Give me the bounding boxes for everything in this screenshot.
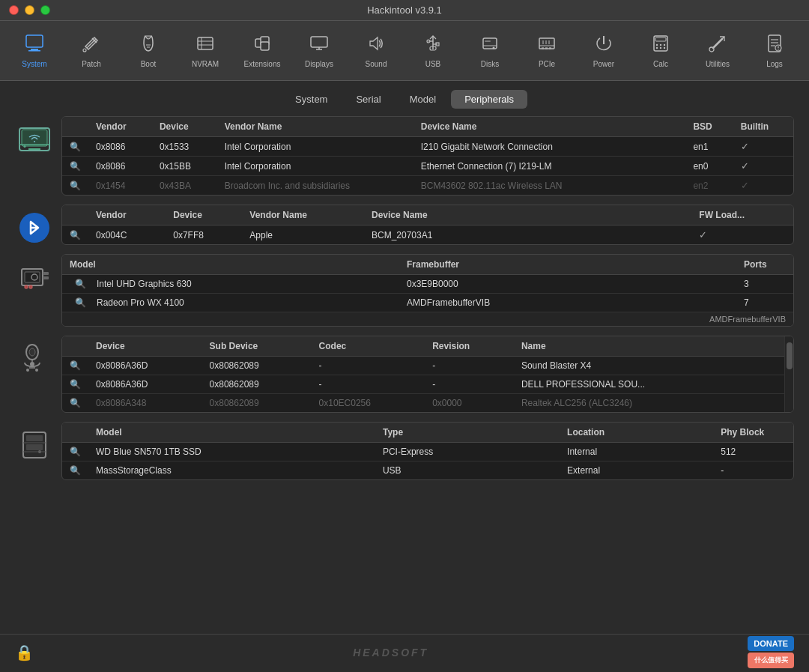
search-icon[interactable]: 🔍 — [62, 176, 88, 196]
tab-peripherals[interactable]: Peripherals — [451, 90, 527, 109]
footer: 🔒 HEADSOFT DONATE 什么值得买 — [0, 634, 809, 670]
bluetooth-icon — [15, 205, 54, 245]
vendor-cell: 0x004C — [88, 225, 166, 245]
table-row: 🔍 Radeon Pro WX 4100 AMDFramebufferVIB 7 — [62, 294, 793, 312]
toolbar-item-utilities[interactable]: Utilities — [691, 24, 745, 78]
search-icon[interactable]: 🔍 — [70, 279, 91, 289]
ports-cell: 3 — [736, 275, 793, 294]
search-icon[interactable]: 🔍 — [62, 225, 88, 245]
window-controls[interactable] — [9, 5, 50, 15]
codec-cell: - — [312, 357, 425, 375]
donate-badge[interactable]: DONATE — [748, 636, 794, 651]
search-icon[interactable]: 🔍 — [62, 357, 88, 375]
footer-logo: HEADSOFT — [353, 647, 428, 659]
col-device: Device — [152, 117, 217, 137]
search-icon[interactable]: 🔍 — [62, 375, 88, 394]
usb-label: USB — [425, 60, 441, 68]
network-table: Vendor Device Vendor Name Device Name BS… — [61, 116, 794, 196]
svg-rect-54 — [28, 148, 40, 150]
table-row: 🔍 0x8086A36D 0x80862089 - - Sound Blaste… — [62, 357, 793, 375]
ports-cell: 7 — [736, 294, 793, 312]
vendor-name-cell: Intel Corporation — [217, 137, 413, 157]
tab-model[interactable]: Model — [396, 90, 449, 109]
close-button[interactable] — [9, 5, 19, 15]
device-cell: 0x7FF8 — [166, 225, 242, 245]
location-cell: External — [560, 461, 713, 480]
footer-lock: 🔒 — [15, 644, 34, 662]
minimize-button[interactable] — [25, 5, 34, 15]
bluetooth-section: Vendor Device Vendor Name Device Name FW… — [15, 205, 794, 245]
nvram-icon — [195, 33, 216, 57]
search-icon[interactable]: 🔍 — [62, 394, 88, 413]
type-cell: PCI-Express — [375, 443, 560, 461]
col-search — [62, 423, 88, 443]
gpu-sub-info: AMDFramebufferVIB — [62, 312, 793, 326]
svg-point-42 — [709, 47, 714, 52]
utilities-label: Utilities — [706, 60, 730, 68]
toolbar-item-power[interactable]: Power — [577, 24, 631, 78]
device-name-cell: Ethernet Connection (7) I219-LM — [413, 157, 686, 176]
phy-block-cell: - — [713, 461, 793, 480]
audio-section: Device Sub Device Codec Revision Name 🔍 … — [15, 336, 794, 413]
sound-icon — [366, 33, 387, 57]
svg-point-70 — [35, 369, 38, 372]
col-search — [62, 336, 88, 357]
svg-point-65 — [29, 348, 35, 356]
model-cell: 🔍 Intel UHD Graphics 630 — [62, 275, 399, 293]
col-builtin: Builtin — [733, 117, 793, 137]
utilities-icon — [707, 33, 728, 57]
calc-icon — [650, 33, 671, 57]
toolbar-item-usb[interactable]: USB — [406, 24, 460, 78]
revision-cell: - — [425, 375, 514, 394]
vendor-cell: 0x8086 — [88, 157, 152, 176]
toolbar-item-patch[interactable]: Patch — [64, 24, 118, 78]
framebuffer-cell: AMDFramebufferVIB — [399, 294, 736, 312]
svg-rect-2 — [28, 50, 40, 52]
col-device: Device — [166, 205, 242, 225]
toolbar-item-boot[interactable]: Boot — [121, 24, 175, 78]
search-icon[interactable]: 🔍 — [62, 157, 88, 176]
toolbar-item-disks[interactable]: Disks — [463, 24, 517, 78]
col-fwload: FW Load... — [691, 205, 793, 225]
toolbar-item-nvram[interactable]: NVRAM — [178, 24, 232, 78]
search-icon[interactable]: 🔍 — [62, 137, 88, 157]
tab-system[interactable]: System — [282, 90, 341, 109]
storage-table: Model Type Location Phy Block 🔍 WD Blue … — [61, 422, 794, 480]
toolbar-item-system[interactable]: System — [7, 24, 61, 78]
toolbar-item-pcie[interactable]: PCIe — [520, 24, 574, 78]
gpu-section: Model Framebuffer Ports 🔍 Intel UHD Grap… — [15, 254, 794, 327]
disks-icon — [479, 33, 500, 57]
sub-device-cell: 0x80862089 — [202, 394, 312, 413]
maximize-button[interactable] — [40, 5, 50, 15]
search-icon[interactable]: 🔍 — [62, 443, 88, 461]
svg-point-41 — [664, 47, 665, 49]
col-device-name: Device Name — [413, 117, 686, 137]
svg-point-23 — [493, 47, 495, 49]
search-icon[interactable]: 🔍 — [70, 297, 91, 308]
svg-rect-27 — [542, 47, 544, 49]
toolbar-item-extensions[interactable]: Extensions — [235, 24, 289, 78]
svg-rect-21 — [483, 38, 497, 49]
device-cell: 0x8086A36D — [88, 357, 202, 375]
tab-serial[interactable]: Serial — [342, 90, 394, 109]
codec-cell: 0x10EC0256 — [312, 394, 425, 413]
fwload-cell: ✓ — [691, 225, 793, 245]
toolbar-item-calc[interactable]: Calc — [634, 24, 688, 78]
search-icon[interactable]: 🔍 — [62, 461, 88, 480]
zhihu-badge[interactable]: 什么值得买 — [748, 653, 794, 668]
toolbar-item-displays[interactable]: Displays — [292, 24, 346, 78]
patch-label: Patch — [82, 60, 101, 68]
col-device: Device — [88, 336, 202, 357]
toolbar-item-sound[interactable]: Sound — [349, 24, 403, 78]
svg-rect-25 — [539, 38, 554, 49]
toolbar-item-logs[interactable]: Logs — [748, 24, 802, 78]
col-vendor: Vendor — [88, 205, 166, 225]
col-device-name: Device Name — [364, 205, 691, 225]
model-cell: 🔍 Radeon Pro WX 4100 — [62, 294, 399, 312]
patch-icon — [81, 33, 102, 57]
name-cell: Realtek ALC256 (ALC3246) — [514, 394, 793, 413]
model-cell: WD Blue SN570 1TB SSD — [88, 443, 375, 461]
framebuffer-cell: 0x3E9B0000 — [399, 275, 736, 294]
builtin-cell: ✓ — [733, 137, 793, 157]
revision-cell: - — [425, 357, 514, 375]
